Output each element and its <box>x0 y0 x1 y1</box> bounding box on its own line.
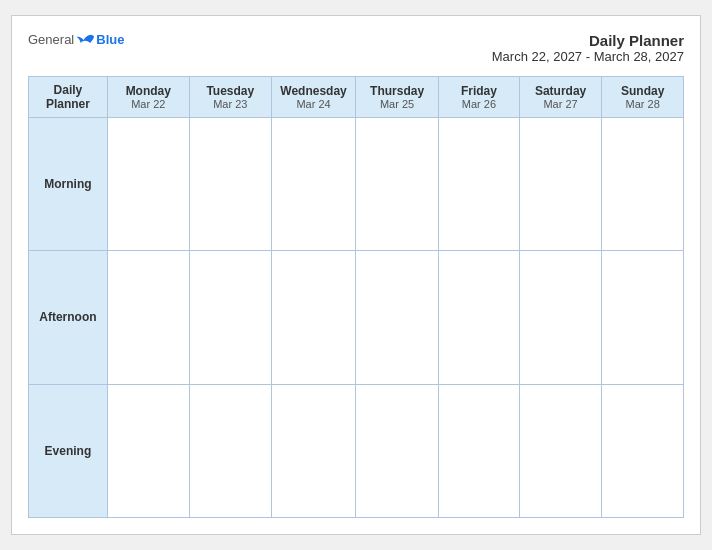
col-header-wed: Wednesday Mar 24 <box>271 77 355 118</box>
col-header-thu: Thursday Mar 25 <box>356 77 439 118</box>
sat-day-name: Saturday <box>522 84 600 98</box>
morning-thu-cell[interactable] <box>356 118 439 251</box>
col-header-tue: Tuesday Mar 23 <box>189 77 271 118</box>
morning-sat-cell[interactable] <box>519 118 602 251</box>
mon-date: Mar 22 <box>110 98 187 110</box>
sun-date: Mar 28 <box>604 98 681 110</box>
evening-row: Evening <box>29 384 684 517</box>
evening-thu-cell[interactable] <box>356 384 439 517</box>
evening-sun-cell[interactable] <box>602 384 684 517</box>
afternoon-row: Afternoon <box>29 251 684 384</box>
planner-date-range: March 22, 2027 - March 28, 2027 <box>492 49 684 64</box>
col-header-sun: Sunday Mar 28 <box>602 77 684 118</box>
morning-row: Morning <box>29 118 684 251</box>
afternoon-sat-cell[interactable] <box>519 251 602 384</box>
sun-day-name: Sunday <box>604 84 681 98</box>
sat-date: Mar 27 <box>522 98 600 110</box>
morning-wed-cell[interactable] <box>271 118 355 251</box>
logo-bird-icon <box>76 33 94 47</box>
planner-title: Daily Planner <box>492 32 684 49</box>
afternoon-thu-cell[interactable] <box>356 251 439 384</box>
title-area: Daily Planner March 22, 2027 - March 28,… <box>492 32 684 64</box>
col-header-mon: Monday Mar 22 <box>107 77 189 118</box>
morning-fri-cell[interactable] <box>439 118 520 251</box>
logo-blue-text: Blue <box>96 32 124 47</box>
evening-wed-cell[interactable] <box>271 384 355 517</box>
header-row: Daily Planner Monday Mar 22 Tuesday Mar … <box>29 77 684 118</box>
col-header-sat: Saturday Mar 27 <box>519 77 602 118</box>
fri-date: Mar 26 <box>441 98 517 110</box>
page: General Blue Daily Planner March 22, 202… <box>11 15 701 535</box>
wed-date: Mar 24 <box>274 98 353 110</box>
logo-text: General Blue <box>28 32 124 47</box>
afternoon-wed-cell[interactable] <box>271 251 355 384</box>
logo-area: General Blue <box>28 32 124 47</box>
tue-day-name: Tuesday <box>192 84 269 98</box>
afternoon-mon-cell[interactable] <box>107 251 189 384</box>
wed-day-name: Wednesday <box>274 84 353 98</box>
morning-mon-cell[interactable] <box>107 118 189 251</box>
afternoon-tue-cell[interactable] <box>189 251 271 384</box>
label-day-name: Daily <box>31 83 105 97</box>
thu-day-name: Thursday <box>358 84 436 98</box>
calendar-table: Daily Planner Monday Mar 22 Tuesday Mar … <box>28 76 684 518</box>
afternoon-fri-cell[interactable] <box>439 251 520 384</box>
morning-sun-cell[interactable] <box>602 118 684 251</box>
logo-general-text: General <box>28 32 74 47</box>
label-planner: Planner <box>31 97 105 111</box>
morning-tue-cell[interactable] <box>189 118 271 251</box>
afternoon-sun-cell[interactable] <box>602 251 684 384</box>
fri-day-name: Friday <box>441 84 517 98</box>
afternoon-label: Afternoon <box>29 251 108 384</box>
tue-date: Mar 23 <box>192 98 269 110</box>
col-header-fri: Friday Mar 26 <box>439 77 520 118</box>
header: General Blue Daily Planner March 22, 202… <box>28 32 684 64</box>
evening-sat-cell[interactable] <box>519 384 602 517</box>
evening-tue-cell[interactable] <box>189 384 271 517</box>
mon-day-name: Monday <box>110 84 187 98</box>
thu-date: Mar 25 <box>358 98 436 110</box>
morning-label: Morning <box>29 118 108 251</box>
evening-mon-cell[interactable] <box>107 384 189 517</box>
evening-fri-cell[interactable] <box>439 384 520 517</box>
evening-label: Evening <box>29 384 108 517</box>
col-header-label: Daily Planner <box>29 77 108 118</box>
